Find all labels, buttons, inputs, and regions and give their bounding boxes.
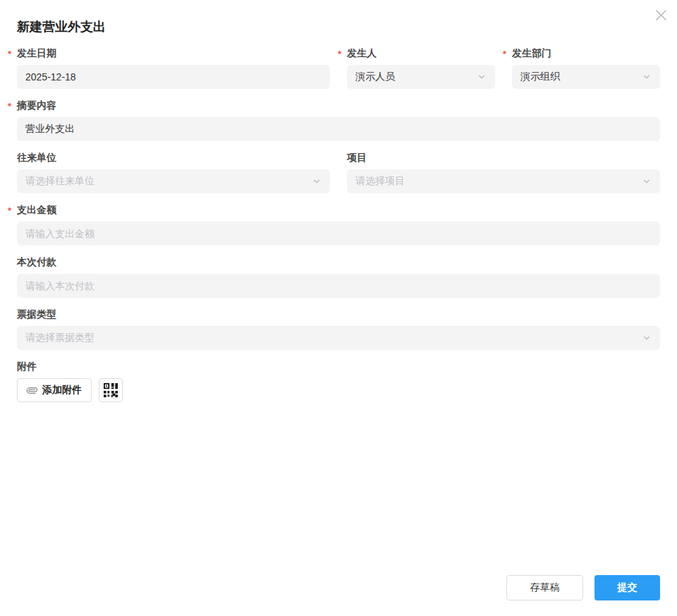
required-asterisk: *: [8, 102, 11, 111]
close-icon: [654, 8, 669, 23]
summary-input[interactable]: [17, 117, 660, 141]
save-draft-button[interactable]: 存草稿: [506, 575, 583, 600]
required-asterisk: *: [8, 49, 11, 59]
qr-scan-button[interactable]: [99, 378, 123, 402]
page-title: 新建营业外支出: [17, 20, 660, 34]
counterparty-field: 往来单位 请选择往来单位: [17, 152, 330, 193]
summary-field: * 摘要内容: [17, 100, 660, 141]
occur-department-field: * 发生部门 演示组织: [512, 48, 660, 89]
add-attachment-button[interactable]: 添加附件: [17, 378, 92, 402]
current-payment-input[interactable]: [17, 274, 660, 298]
current-payment-field: 本次付款: [17, 257, 660, 298]
project-select[interactable]: 请选择项目: [347, 169, 660, 193]
chevron-down-icon: [642, 333, 652, 343]
bill-type-field: 票据类型 请选择票据类型: [17, 309, 660, 350]
attachment-label: 附件: [17, 361, 660, 371]
project-field: 项目 请选择项目: [347, 152, 660, 193]
expense-form: * 发生日期 * 发生人 演示人员 *: [17, 48, 660, 402]
chevron-down-icon: [312, 176, 322, 186]
occur-person-field: * 发生人 演示人员: [347, 48, 495, 89]
expense-amount-field: * 支出金额: [17, 205, 660, 246]
occur-person-select[interactable]: 演示人员: [347, 65, 495, 89]
occur-department-select[interactable]: 演示组织: [512, 65, 660, 89]
counterparty-select[interactable]: 请选择往来单位: [17, 169, 330, 193]
occur-date-field: * 发生日期: [17, 48, 330, 89]
occur-date-input[interactable]: [17, 65, 330, 89]
required-asterisk: *: [503, 49, 506, 59]
submit-button[interactable]: 提交: [594, 575, 660, 600]
qr-code-icon: [104, 383, 118, 397]
occur-person-label: * 发生人: [347, 48, 495, 58]
required-asterisk: *: [8, 206, 11, 216]
current-payment-label: 本次付款: [17, 257, 660, 267]
bill-type-label: 票据类型: [17, 309, 660, 319]
counterparty-label: 往来单位: [17, 152, 330, 162]
dialog-footer: 存草稿 提交: [506, 575, 660, 600]
occur-date-label: * 发生日期: [17, 48, 330, 58]
project-label: 项目: [347, 152, 660, 162]
new-expense-dialog: 新建营业外支出 * 发生日期 * 发生人 演示人员: [0, 0, 677, 616]
attachment-field: 附件 添加附件: [17, 361, 660, 402]
chevron-down-icon: [477, 72, 487, 82]
required-asterisk: *: [338, 49, 341, 59]
expense-amount-input[interactable]: [17, 222, 660, 246]
close-button[interactable]: [652, 6, 670, 24]
expense-amount-label: * 支出金额: [17, 205, 660, 215]
occur-department-label: * 发生部门: [512, 48, 660, 58]
chevron-down-icon: [642, 72, 652, 82]
paperclip-icon: [25, 382, 39, 397]
summary-label: * 摘要内容: [17, 100, 660, 110]
chevron-down-icon: [642, 176, 652, 186]
bill-type-select[interactable]: 请选择票据类型: [17, 326, 660, 350]
